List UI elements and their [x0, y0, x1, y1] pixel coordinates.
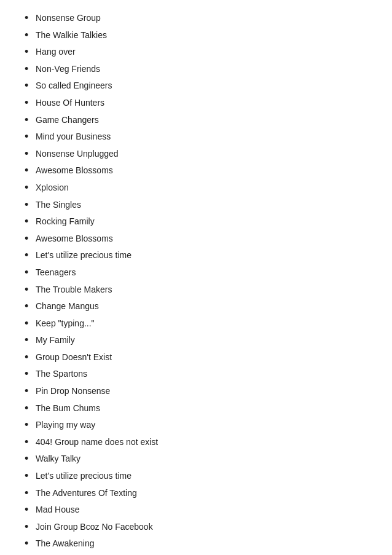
item-list: •Nonsense Group•The Walkie Talkies•Hang … [25, 10, 367, 555]
bullet-icon: • [25, 521, 36, 534]
list-item: •Walky Talky [25, 451, 367, 468]
list-item: •Group Doesn't Exist [25, 349, 367, 366]
list-item: •Non-Veg Friends [25, 61, 367, 78]
list-item: •Rocking Family [25, 213, 367, 230]
list-item: •My Family [25, 332, 367, 349]
list-item: •Awesome Blossoms [25, 162, 367, 179]
bullet-icon: • [25, 79, 36, 93]
bullet-icon: • [25, 96, 36, 110]
list-item-text: The Singles [36, 199, 367, 211]
bullet-icon: • [25, 334, 36, 347]
bullet-icon: • [25, 249, 36, 262]
list-item: •So called Engineers [25, 77, 367, 95]
bullet-icon: • [25, 181, 36, 195]
list-item: •Teenagers [25, 264, 367, 281]
list-item-text: The Bum Chums [36, 402, 367, 415]
bullet-icon: • [25, 402, 36, 415]
list-item-text: Walky Talky [36, 452, 367, 465]
bullet-icon: • [25, 45, 36, 59]
list-item-text: My Family [36, 334, 367, 347]
list-item-text: Game Changers [36, 114, 367, 127]
list-item-text: The Awakening [36, 537, 367, 550]
bullet-icon: • [25, 436, 36, 449]
bullet-icon: • [25, 29, 36, 42]
list-item-text: Hang over [36, 45, 367, 58]
bullet-icon: • [25, 452, 36, 466]
bullet-icon: • [25, 470, 36, 483]
bullet-icon: • [25, 130, 36, 144]
list-item-text: Nonsense Group [36, 12, 367, 25]
bullet-icon: • [25, 232, 36, 246]
list-item-text: The Adventures Of Texting [36, 487, 367, 500]
list-item-text: Rocking Family [36, 215, 367, 228]
list-item-text: 404! Group name does not exist [36, 436, 367, 449]
list-item: •Nonsense Unplugged [25, 146, 367, 163]
bullet-icon: • [25, 114, 36, 127]
list-item-text: Awesome Blossoms [36, 164, 367, 177]
list-item: •404! Group name does not exist [25, 434, 367, 451]
list-item: •Hang over [25, 44, 367, 61]
list-item: •Nonsense Group [25, 10, 367, 27]
list-item-text: So called Engineers [36, 79, 367, 92]
list-item: •The Trouble Makers [25, 281, 367, 299]
list-item: •Let's utilize precious time [25, 468, 367, 485]
list-item-text: Mind your Business [36, 130, 367, 143]
list-item-text: The Spartons [36, 368, 367, 380]
list-item: •The Awakening [25, 535, 367, 553]
list-item-text: Let's utilize precious time [36, 249, 367, 262]
bullet-icon: • [25, 503, 36, 517]
list-item: •Join Group Bcoz No Facebook [25, 519, 367, 536]
list-item: •Xplosion [25, 179, 367, 197]
bullet-icon: • [25, 385, 36, 398]
list-item: •Awesome Blossoms [25, 230, 367, 248]
list-item: •Superstar Family [25, 553, 367, 555]
list-item-text: Keep "typing..." [36, 317, 367, 330]
bullet-icon: • [25, 537, 36, 551]
bullet-icon: • [25, 300, 36, 313]
list-item: •The Bum Chums [25, 400, 367, 417]
list-item: •The Singles [25, 197, 367, 214]
list-item-text: The Trouble Makers [36, 283, 367, 296]
list-item-text: Group Doesn't Exist [36, 351, 367, 364]
list-item: •Change Mangus [25, 298, 367, 315]
list-item-text: Teenagers [36, 266, 367, 279]
list-item-text: Awesome Blossoms [36, 232, 367, 245]
list-item: •The Spartons [25, 366, 367, 383]
bullet-icon: • [25, 266, 36, 280]
list-item-text: Change Mangus [36, 300, 367, 313]
bullet-icon: • [25, 283, 36, 297]
bullet-icon: • [25, 148, 36, 161]
bullet-icon: • [25, 12, 36, 25]
list-item-text: The Walkie Talkies [36, 29, 367, 42]
list-item: •Keep "typing..." [25, 315, 367, 333]
list-item-text: Nonsense Unplugged [36, 148, 367, 160]
list-item-text: Playing my way [36, 419, 367, 431]
list-item-text: Mad House [36, 503, 367, 516]
list-item: •Game Changers [25, 112, 367, 129]
bullet-icon: • [25, 317, 36, 331]
list-item-text: House Of Hunters [36, 96, 367, 109]
list-item: •The Adventures Of Texting [25, 485, 367, 502]
bullet-icon: • [25, 368, 36, 381]
list-item: •Playing my way [25, 417, 367, 434]
list-item-text: Let's utilize precious time [36, 470, 367, 482]
bullet-icon: • [25, 351, 36, 364]
list-item: •House Of Hunters [25, 95, 367, 112]
list-item: •Mad House [25, 502, 367, 519]
list-item: •Mind your Business [25, 128, 367, 146]
list-item: •Let's utilize precious time [25, 247, 367, 264]
page-container: •Nonsense Group•The Walkie Talkies•Hang … [0, 0, 392, 555]
bullet-icon: • [25, 215, 36, 229]
list-item: •The Walkie Talkies [25, 27, 367, 44]
list-item: •Pin Drop Nonsense [25, 383, 367, 400]
bullet-icon: • [25, 164, 36, 178]
list-item-text: Join Group Bcoz No Facebook [36, 521, 367, 533]
list-item-text: Xplosion [36, 181, 367, 194]
bullet-icon: • [25, 419, 36, 432]
bullet-icon: • [25, 63, 36, 76]
list-item-text: Pin Drop Nonsense [36, 385, 367, 398]
bullet-icon: • [25, 487, 36, 500]
bullet-icon: • [25, 199, 36, 212]
list-item-text: Non-Veg Friends [36, 63, 367, 76]
